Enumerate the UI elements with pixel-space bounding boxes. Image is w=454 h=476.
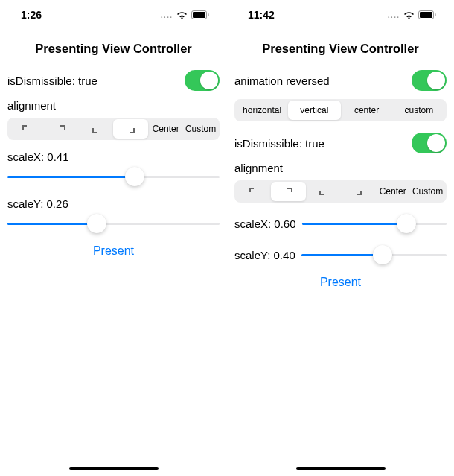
page-title: Presenting View Controller [7, 42, 220, 56]
seg-option-tr[interactable] [271, 182, 306, 201]
page-title: Presenting View Controller [234, 42, 447, 56]
corner-bl-icon [319, 188, 327, 195]
svg-rect-5 [435, 13, 436, 16]
scaley-label: scaleY: 0.40 [234, 249, 295, 261]
corner-br-icon [354, 188, 362, 195]
corner-br-icon [127, 125, 135, 133]
svg-rect-1 [193, 12, 205, 18]
seg-option-tl[interactable] [9, 119, 44, 139]
scaley-slider[interactable] [7, 213, 220, 234]
status-time: 11:42 [248, 9, 275, 21]
cellular-icon: .... [388, 10, 400, 19]
status-indicators: .... [388, 10, 436, 19]
seg-option-tl[interactable] [236, 182, 271, 201]
scalex-slider[interactable] [302, 213, 447, 234]
alignment-segmented[interactable]: CenterCustom [7, 118, 220, 140]
dismissible-toggle[interactable] [412, 133, 447, 153]
wifi-icon [176, 11, 188, 19]
scalex-label: scaleX: 0.41 [7, 150, 69, 163]
corner-tr-icon [57, 125, 65, 133]
scalex-slider[interactable] [7, 166, 220, 187]
alignment-label: alignment [234, 162, 447, 174]
present-button[interactable]: Present [7, 244, 220, 258]
home-indicator[interactable] [296, 467, 386, 471]
corner-tr-icon [284, 188, 292, 195]
svg-rect-2 [208, 13, 209, 16]
scalex-label: scaleX: 0.60 [234, 218, 296, 230]
seg-option-center[interactable]: Center [148, 119, 183, 139]
present-button[interactable]: Present [234, 276, 447, 289]
seg-option-br[interactable] [340, 182, 375, 201]
phone-left: 1:26 .... Presenting View Controller isD… [0, 0, 227, 476]
seg-option-br[interactable] [113, 119, 148, 139]
corner-bl-icon [92, 125, 100, 133]
battery-icon [418, 10, 436, 19]
wifi-icon [403, 11, 415, 19]
home-indicator[interactable] [69, 467, 159, 471]
alignment-label: alignment [7, 99, 220, 112]
dismissible-label: isDismissible: true [234, 137, 324, 150]
scaley-slider[interactable] [301, 244, 447, 265]
battery-icon [191, 10, 209, 19]
cellular-icon: .... [161, 10, 173, 19]
seg-option-custom[interactable]: Custom [410, 182, 445, 201]
animation-reversed-toggle[interactable] [412, 70, 447, 91]
seg-option-center[interactable]: center [341, 101, 393, 120]
seg-option-tr[interactable] [44, 119, 79, 139]
seg-option-custom[interactable]: custom [393, 101, 445, 120]
seg-option-bl[interactable] [306, 182, 341, 201]
dismissible-toggle[interactable] [185, 70, 220, 91]
scaley-label: scaleY: 0.26 [7, 197, 68, 210]
seg-option-vertical[interactable]: vertical [288, 101, 340, 120]
status-bar: 1:26 .... [0, 0, 227, 30]
corner-tl-icon [249, 188, 257, 195]
animation-segmented[interactable]: horizontalverticalcentercustom [234, 99, 447, 121]
animation-reversed-label: animation reversed [234, 74, 330, 87]
status-bar: 11:42 .... [227, 0, 454, 30]
status-time: 1:26 [21, 9, 42, 21]
corner-tl-icon [22, 125, 30, 133]
dismissible-label: isDismissible: true [7, 74, 97, 87]
svg-rect-4 [420, 12, 432, 18]
seg-option-horizontal[interactable]: horizontal [236, 101, 288, 120]
seg-option-custom[interactable]: Custom [183, 119, 218, 139]
status-indicators: .... [161, 10, 209, 19]
phone-right: 11:42 .... Presenting View Controller an… [227, 0, 454, 476]
seg-option-bl[interactable] [79, 119, 114, 139]
seg-option-center[interactable]: Center [375, 182, 410, 201]
alignment-segmented[interactable]: CenterCustom [234, 180, 447, 203]
